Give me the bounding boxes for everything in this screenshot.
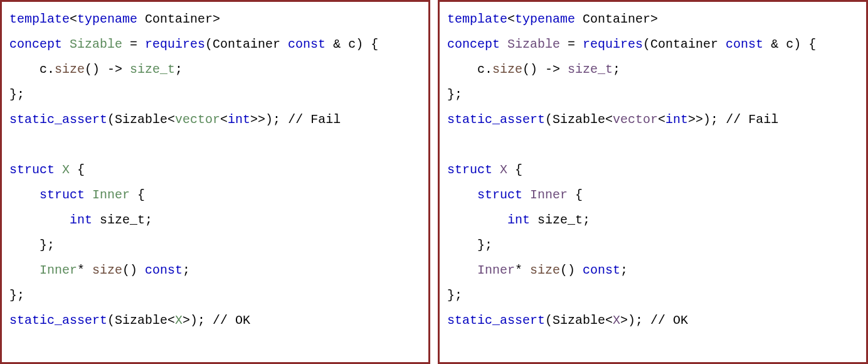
code-block-left: template<typename Container> concept Siz… [0,0,430,364]
kw-typename: typename [77,12,137,26]
angle-open: < [507,12,515,26]
sa-close: >); [620,313,650,328]
type-container: Container [137,12,213,26]
member-sizet: size_t; [92,213,152,227]
kw-typename: typename [515,12,575,26]
kw-concept: concept [447,37,500,51]
code-block-right: template<typename Container> concept Siz… [438,0,868,364]
brace-open: { [575,188,583,202]
sa-open: (Sizable< [545,313,613,328]
kw-const: const [145,263,183,277]
kw-template: template [9,12,70,26]
eq: = [130,37,145,51]
close-brace: }; [9,288,24,302]
kw-requires: requires [145,37,205,51]
angle-open: < [220,112,228,127]
indent [447,213,507,227]
kw-concept: concept [9,37,62,51]
type-inner: Inner [522,188,575,202]
angle-close: > [650,12,658,26]
type-x: X [175,313,183,328]
semi: ; [613,62,620,77]
sa-open: (Sizable< [107,112,175,127]
fn-size: size [492,62,522,77]
kw-int: int [507,213,530,227]
kw-static-assert: static_assert [9,112,107,127]
params-open: (Container [643,37,726,51]
angle-open: < [658,112,665,127]
kw-int: int [665,112,688,127]
close-brace: }; [447,87,462,102]
sa-close: >); [183,313,213,328]
fn-size: size [55,62,85,77]
brace-open: { [137,188,145,202]
close-brace: }; [9,238,55,252]
type-inner: Inner [477,263,515,277]
comment-fail: // Fail [726,112,778,127]
kw-const: const [583,263,620,277]
kw-requires: requires [583,37,643,51]
params-open: (Container [205,37,288,51]
close-brace: }; [9,87,24,102]
semi: ; [620,263,628,277]
star: * [515,263,530,277]
angle-close: > [213,12,220,26]
sa-close: >>); [250,112,288,127]
semi: ; [183,263,190,277]
angle-open: < [70,12,77,26]
kw-int: int [70,213,92,227]
comment-ok: // OK [650,313,688,328]
arrow: () -> [85,62,130,77]
kw-const: const [726,37,763,51]
indent: c. [447,62,492,77]
comment-ok: // OK [213,313,250,328]
type-x: X [492,163,515,177]
kw-struct: struct [447,163,492,177]
type-x: X [55,163,77,177]
eq: = [568,37,583,51]
type-vector: vector [613,112,658,127]
indent [9,188,40,202]
indent [9,263,40,277]
kw-static-assert: static_assert [9,313,107,328]
type-inner: Inner [85,188,137,202]
type-vector: vector [175,112,220,127]
close-brace: }; [447,288,462,302]
type-container: Container [575,12,650,26]
brace-open: { [77,163,85,177]
type-x: X [613,313,620,328]
type-sizet: size_t [130,62,175,77]
arrow: () -> [522,62,568,77]
sa-open: (Sizable< [107,313,175,328]
indent [447,263,477,277]
kw-static-assert: static_assert [447,112,545,127]
comment-fail: // Fail [288,112,341,127]
brace-open: { [515,163,522,177]
semi: ; [175,62,183,77]
kw-template: template [447,12,507,26]
fn-size: size [92,263,122,277]
indent [9,213,70,227]
params-rest: & c) { [763,37,816,51]
close-brace: }; [447,238,492,252]
concept-name: Sizable [62,37,130,51]
indent [447,188,477,202]
kw-int: int [228,112,250,127]
fn-size: size [530,263,560,277]
kw-const: const [288,37,326,51]
indent: c. [9,62,55,77]
sa-close: >>); [688,112,726,127]
type-inner: Inner [40,263,77,277]
kw-struct: struct [477,188,522,202]
sa-open: (Sizable< [545,112,613,127]
paren: () [122,263,145,277]
star: * [77,263,92,277]
member-sizet: size_t; [530,213,590,227]
kw-static-assert: static_assert [447,313,545,328]
kw-struct: struct [9,163,55,177]
type-sizet: size_t [568,62,613,77]
params-rest: & c) { [326,37,378,51]
kw-struct: struct [40,188,85,202]
paren: () [560,263,583,277]
concept-name: Sizable [500,37,568,51]
